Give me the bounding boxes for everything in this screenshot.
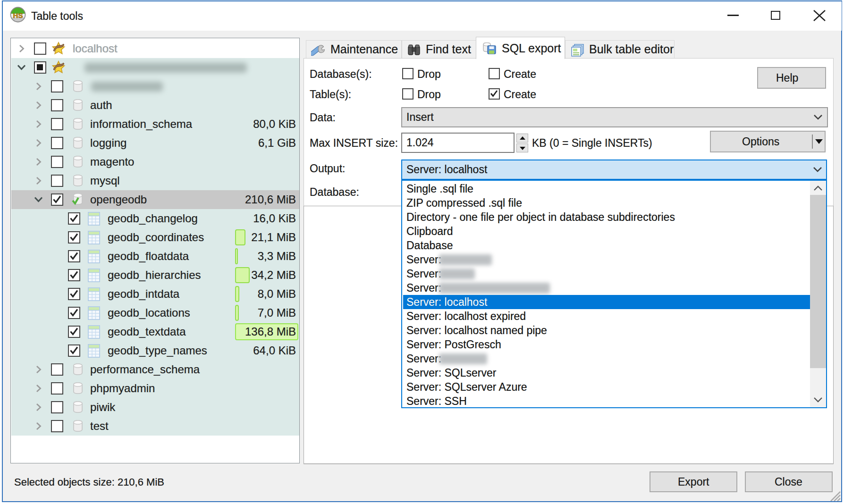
svg-text:HS: HS: [13, 11, 23, 19]
